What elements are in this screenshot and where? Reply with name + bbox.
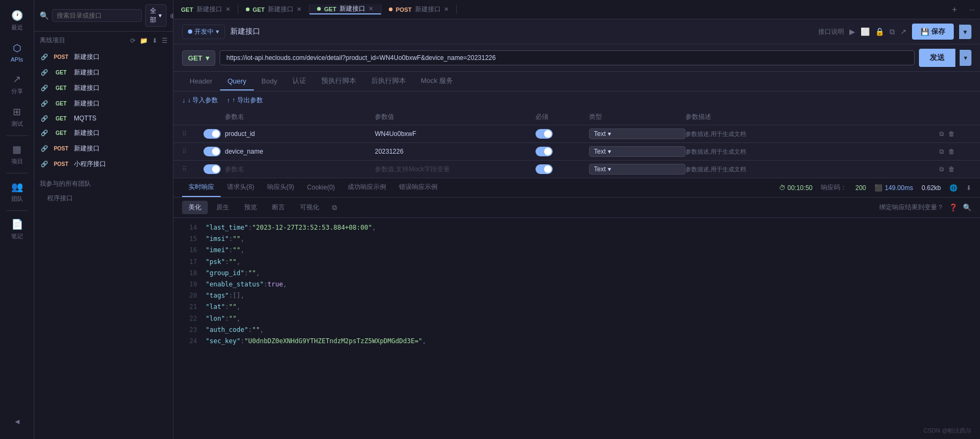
- sidebar-item-recent[interactable]: 🕐 最近: [0, 4, 34, 37]
- browser-tab-tab4[interactable]: POST 新建接口 ✕: [381, 5, 457, 14]
- search-response-icon[interactable]: 🔍: [963, 203, 971, 211]
- menu-icon[interactable]: ☰: [162, 37, 168, 44]
- param-desc-3[interactable]: 参数描述,用于生成文档: [685, 165, 939, 173]
- body-tab-snippet[interactable]: 断言: [266, 201, 291, 214]
- browser-tab-tab3[interactable]: GET 新建接口 ✕: [310, 4, 381, 14]
- panel-list-item[interactable]: 🔗 GET 新建接口: [34, 80, 173, 96]
- copy-param-icon[interactable]: ⧉: [939, 130, 944, 138]
- type-select-2[interactable]: Text ▾: [589, 146, 685, 157]
- panel-item-name: MQTTS: [74, 115, 96, 122]
- param-desc-2[interactable]: 参数描述,用于生成文档: [685, 148, 939, 156]
- add-folder-icon[interactable]: 📁: [140, 37, 148, 44]
- more-tabs-button[interactable]: ···: [963, 5, 980, 13]
- req-tab-mock[interactable]: Mock 服务: [413, 72, 461, 91]
- save-button[interactable]: 💾 保存: [912, 24, 954, 40]
- resp-tab-error-example[interactable]: 错误响应示例: [393, 178, 444, 197]
- method-badge: GET: [51, 69, 71, 76]
- copy-link-icon[interactable]: ⧉: [889, 27, 895, 36]
- send-split-button[interactable]: ▾: [960, 50, 971, 66]
- body-tab-preview[interactable]: 预览: [238, 201, 263, 214]
- export-icon[interactable]: ↗: [900, 27, 907, 36]
- sidebar-collapse[interactable]: ◀: [15, 413, 19, 430]
- panel-list-item[interactable]: 🔗 POST 新建接口: [34, 49, 173, 65]
- param-value-2[interactable]: 20231226: [375, 148, 536, 155]
- response-code-area[interactable]: 14"last_time": "2023-12-27T23:52:53.884+…: [174, 218, 980, 439]
- req-tab-pre-script[interactable]: 预执行脚本: [314, 72, 364, 91]
- body-tab-visual[interactable]: 可视化: [293, 201, 326, 214]
- share-panel-icon[interactable]: ⟳: [130, 37, 135, 44]
- param-desc-1[interactable]: 参数描述,用于生成文档: [685, 130, 939, 138]
- delete-param-icon[interactable]: 🗑: [948, 130, 955, 138]
- copy-param-icon[interactable]: ⧉: [939, 165, 944, 173]
- resp-tab-success-example[interactable]: 成功响应示例: [341, 178, 393, 197]
- required-toggle-2[interactable]: [536, 147, 553, 156]
- param-toggle-2[interactable]: [203, 147, 221, 156]
- url-input[interactable]: [220, 50, 915, 65]
- req-tab-auth[interactable]: 认证: [285, 72, 314, 91]
- drag-handle[interactable]: ⠿: [182, 148, 203, 155]
- monitor-icon[interactable]: ⬜: [861, 27, 870, 36]
- panel-list-item[interactable]: 🔗 POST 新建接口: [34, 141, 173, 156]
- required-toggle-3[interactable]: [536, 164, 553, 174]
- required-toggle-1[interactable]: [536, 129, 553, 139]
- resp-tab-cookie[interactable]: Cookie(0): [300, 179, 341, 196]
- delete-param-icon[interactable]: 🗑: [948, 148, 955, 155]
- close-tab-icon[interactable]: ✕: [444, 6, 449, 13]
- sidebar-item-notes[interactable]: 📄 笔记: [0, 213, 34, 246]
- sidebar-item-team[interactable]: 👥 团队: [0, 176, 34, 208]
- import-params-button[interactable]: ↓ ↓ 导入参数: [182, 96, 218, 105]
- sidebar-item-test[interactable]: ⊞ 测试: [0, 101, 34, 133]
- delete-param-icon[interactable]: 🗑: [948, 165, 955, 173]
- type-select-1[interactable]: Text ▾: [589, 128, 685, 139]
- type-select-3[interactable]: Text ▾: [589, 164, 685, 175]
- param-toggle-3[interactable]: [203, 164, 221, 174]
- api-link-icon: 🔗: [41, 115, 48, 122]
- req-tab-post-script[interactable]: 后执行脚本: [364, 72, 413, 91]
- panel-list-item[interactable]: 🔗 POST 小程序接口: [34, 156, 173, 172]
- add-tab-button[interactable]: +: [946, 5, 963, 14]
- drag-handle[interactable]: ⠿: [182, 165, 203, 173]
- export-params-button[interactable]: ↑ ↑ 导出参数: [227, 96, 262, 105]
- close-tab-icon[interactable]: ✕: [297, 6, 301, 13]
- req-tab-header[interactable]: Header: [182, 73, 220, 90]
- play-icon[interactable]: ▶: [849, 27, 855, 36]
- body-tab-beautify[interactable]: 美化: [182, 201, 208, 214]
- panel-items-list: 🔗 POST 新建接口 🔗 GET 新建接口 🔗 GET 新建接口 🔗 GET …: [34, 49, 173, 172]
- lock-icon[interactable]: 🔒: [875, 27, 884, 36]
- panel-list-item[interactable]: 🔗 GET MQTTS: [34, 111, 173, 125]
- sidebar-item-share[interactable]: ↗ 分享: [0, 68, 34, 101]
- param-toggle-1[interactable]: [203, 129, 221, 139]
- copy-param-icon[interactable]: ⧉: [939, 148, 944, 155]
- send-button[interactable]: 发送: [919, 49, 955, 67]
- close-tab-icon[interactable]: ✕: [368, 5, 373, 12]
- close-tab-icon[interactable]: ✕: [225, 6, 230, 13]
- param-name-placeholder[interactable]: 参数名: [225, 165, 375, 174]
- download-icon[interactable]: ⬇: [152, 37, 157, 44]
- sidebar-item-apis[interactable]: ⬡ APIs: [0, 37, 34, 68]
- param-name-1[interactable]: product_id: [225, 130, 375, 138]
- param-value-1[interactable]: WN4Uo0bxwF: [375, 130, 536, 138]
- dev-status-badge[interactable]: 开发中 ▾: [182, 25, 225, 39]
- save-split-button[interactable]: ▾: [959, 25, 971, 39]
- param-name-2[interactable]: device_name: [225, 148, 375, 155]
- method-select[interactable]: GET ▾: [182, 50, 215, 66]
- sidebar-item-project[interactable]: ▦ 项目: [0, 138, 34, 171]
- resp-tab-req-header[interactable]: 请求头(8): [221, 178, 261, 197]
- req-tab-body[interactable]: Body: [254, 73, 285, 90]
- resp-tab-resp-header[interactable]: 响应头(9): [261, 178, 301, 197]
- browser-tab-tab2[interactable]: GET 新建接口 ✕: [238, 5, 310, 14]
- panel-list-item[interactable]: 🔗 GET 新建接口: [34, 65, 173, 80]
- search-input[interactable]: [52, 9, 142, 22]
- body-tab-raw[interactable]: 原生: [210, 201, 236, 214]
- copy-body-icon[interactable]: ⧉: [328, 201, 341, 214]
- panel-list-item[interactable]: 🔗 GET 新建接口: [34, 125, 173, 141]
- panel-list-item[interactable]: 🔗 GET 新建接口: [34, 96, 173, 111]
- download-resp-icon[interactable]: ⬇: [966, 184, 971, 192]
- filter-dropdown[interactable]: 全部 ▾: [145, 4, 167, 27]
- browser-tab-tab1[interactable]: GET 新建接口 ✕: [174, 5, 238, 14]
- interface-doc-label[interactable]: 接口说明: [818, 27, 844, 36]
- drag-handle[interactable]: ⠿: [182, 130, 203, 138]
- param-value-placeholder[interactable]: 参数值,支持Mock字段变量: [375, 165, 536, 174]
- resp-tab-realtime[interactable]: 实时响应: [182, 178, 221, 197]
- req-tab-query[interactable]: Query: [220, 73, 254, 90]
